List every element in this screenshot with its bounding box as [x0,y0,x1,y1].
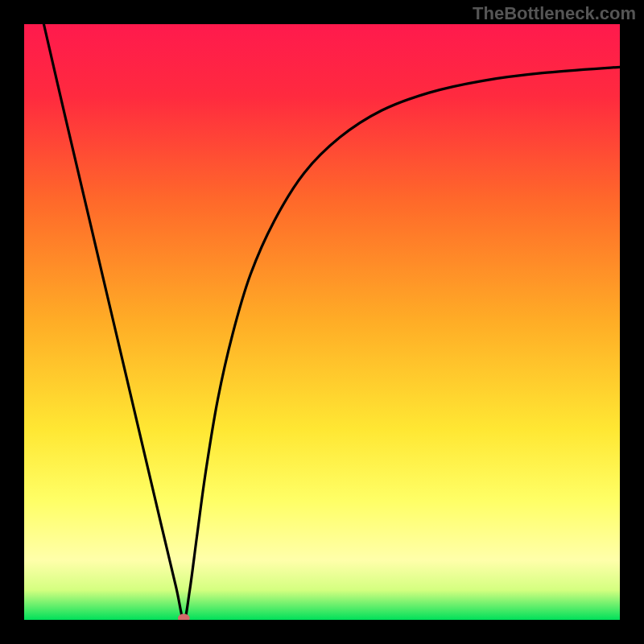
chart-svg [24,24,620,620]
watermark-text: TheBottleneck.com [473,3,636,24]
plot-area [24,24,620,620]
chart-frame: TheBottleneck.com [0,0,644,644]
